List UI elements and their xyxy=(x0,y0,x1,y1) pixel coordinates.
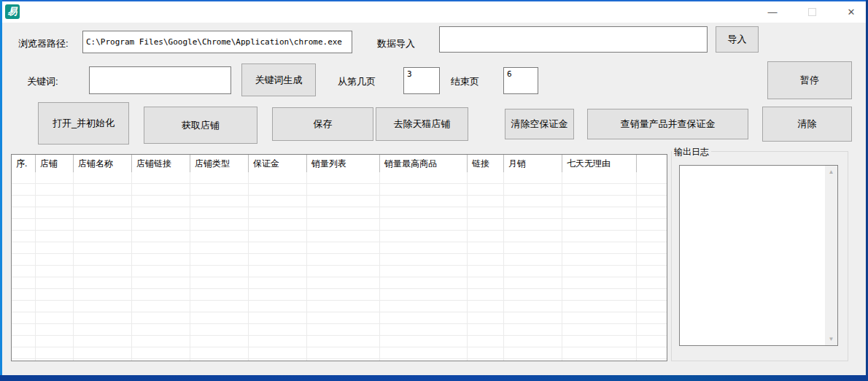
table-row[interactable] xyxy=(12,347,667,359)
scrollbar-up-icon[interactable]: ▲ xyxy=(825,166,837,178)
table-gridline xyxy=(379,172,380,361)
window-border-bottom xyxy=(0,375,868,381)
column-header-3[interactable]: 店铺链接 xyxy=(132,155,190,172)
clear-button[interactable]: 清除 xyxy=(762,107,852,142)
column-header-7[interactable]: 销量最高商品 xyxy=(380,155,468,172)
table-row[interactable] xyxy=(12,184,667,196)
stores-table: 序.店铺店铺名称店铺链接店铺类型保证金销量列表销量最高商品链接月销七天无理由 xyxy=(11,154,667,361)
column-header-11[interactable] xyxy=(637,155,667,172)
table-row[interactable] xyxy=(12,172,667,184)
table-row[interactable] xyxy=(12,242,667,254)
window-border-top xyxy=(0,0,868,1)
pause-button[interactable]: 暂停 xyxy=(767,61,852,99)
browser-path-label: 浏览器路径: xyxy=(18,37,69,50)
output-log-label: 输出日志 xyxy=(672,146,711,158)
table-row[interactable] xyxy=(12,336,667,347)
title-bar: 易 — ✕ xyxy=(2,1,866,23)
table-gridline xyxy=(190,172,190,361)
log-scrollbar[interactable]: ▲ ▼ xyxy=(825,166,837,345)
table-row[interactable] xyxy=(12,301,667,312)
table-gridline xyxy=(131,172,132,361)
column-header-10[interactable]: 七天无理由 xyxy=(562,155,637,172)
check-sales-deposit-button[interactable]: 查销量产品并查保证金 xyxy=(587,109,748,139)
table-row[interactable] xyxy=(12,207,667,219)
table-row[interactable] xyxy=(12,277,667,289)
stores-table-body[interactable] xyxy=(12,172,667,361)
table-gridline xyxy=(467,172,468,361)
table-row[interactable] xyxy=(12,266,667,277)
remove-tmall-button[interactable]: 去除天猫店铺 xyxy=(376,107,468,141)
table-gridline xyxy=(248,172,249,361)
maximize-icon[interactable] xyxy=(803,4,821,20)
column-header-8[interactable]: 链接 xyxy=(468,155,504,172)
column-header-4[interactable]: 店铺类型 xyxy=(190,155,249,172)
close-icon[interactable]: ✕ xyxy=(842,4,860,20)
scrollbar-down-icon[interactable]: ▼ xyxy=(825,333,837,345)
save-button[interactable]: 保存 xyxy=(272,107,373,141)
table-gridline xyxy=(73,172,74,361)
data-import-input[interactable] xyxy=(439,26,708,53)
column-header-5[interactable]: 保证金 xyxy=(249,155,307,172)
table-row[interactable] xyxy=(12,312,667,324)
browser-path-input[interactable] xyxy=(82,31,352,53)
page-to-label: 结束页 xyxy=(451,75,479,88)
maximize-square-icon xyxy=(808,8,816,16)
output-log-group: ▲ ▼ xyxy=(671,151,848,361)
table-row[interactable] xyxy=(12,196,667,207)
table-gridline xyxy=(562,172,562,361)
page-to-input[interactable] xyxy=(503,67,538,94)
minimize-icon[interactable]: — xyxy=(764,4,781,20)
table-row[interactable] xyxy=(12,231,667,242)
table-gridline xyxy=(306,172,307,361)
output-log-text xyxy=(680,166,825,345)
table-row[interactable] xyxy=(12,254,667,266)
page-from-input[interactable] xyxy=(403,67,440,94)
import-button[interactable]: 导入 xyxy=(716,26,759,53)
page-from-label: 从第几页 xyxy=(338,75,376,88)
column-header-1[interactable]: 店铺 xyxy=(36,155,74,172)
table-row[interactable] xyxy=(12,289,667,301)
table-gridline xyxy=(636,172,637,361)
get-stores-button[interactable]: 获取店铺 xyxy=(144,107,257,144)
table-row[interactable] xyxy=(12,324,667,336)
column-header-0[interactable]: 序. xyxy=(12,155,36,172)
keyword-input[interactable] xyxy=(89,66,231,94)
keyword-label: 关键词: xyxy=(27,75,58,88)
column-header-9[interactable]: 月销 xyxy=(504,155,562,172)
column-header-6[interactable]: 销量列表 xyxy=(307,155,380,172)
output-log-box[interactable]: ▲ ▼ xyxy=(679,165,838,346)
column-header-2[interactable]: 店铺名称 xyxy=(74,155,132,172)
window-border-left xyxy=(0,0,2,381)
app-logo-icon: 易 xyxy=(5,4,20,19)
keyword-generate-button[interactable]: 关键词生成 xyxy=(241,64,316,96)
data-import-label: 数据导入 xyxy=(377,37,415,50)
stores-table-header: 序.店铺店铺名称店铺链接店铺类型保证金销量列表销量最高商品链接月销七天无理由 xyxy=(12,155,667,172)
app-window: 易 — ✕ 浏览器路径: 数据导入 导入 关键词: 关键词生成 从第几页 结束页… xyxy=(0,0,868,381)
clear-empty-deposit-button[interactable]: 清除空保证金 xyxy=(505,109,574,139)
open-init-button[interactable]: 打开_并初始化 xyxy=(38,102,129,145)
table-gridline xyxy=(35,172,36,361)
table-gridline xyxy=(503,172,504,361)
table-row[interactable] xyxy=(12,219,667,231)
